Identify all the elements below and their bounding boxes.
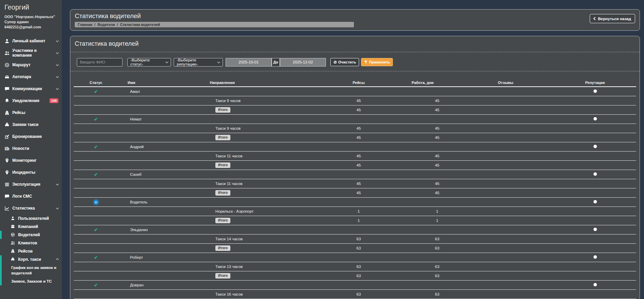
- page-title: Статистика водителей: [75, 12, 635, 20]
- sidebar-item-label: Новости: [12, 146, 29, 151]
- direction-row: Такси 11 часов4545: [74, 152, 636, 161]
- sidebar-item[interactable]: Рейсы: [0, 107, 62, 119]
- column-header: Рейсы: [338, 81, 379, 85]
- drivers-table: СтатусИмяНаправленияРейсыРабота, дниОтзы…: [74, 79, 636, 299]
- chevron-down-icon: [56, 51, 59, 54]
- list-icon: [4, 182, 10, 187]
- total-work-days-value: 63: [435, 246, 440, 250]
- sidebar-item[interactable]: Заявок, Заказов и ТС: [2, 277, 62, 285]
- sidebar-item-label: Пользователей: [18, 216, 49, 221]
- driver-row: +Водитель: [74, 198, 636, 207]
- total-row: Итого4545: [74, 161, 636, 170]
- reputation-dot: [593, 228, 597, 231]
- sidebar-item[interactable]: Уведомления239: [0, 95, 62, 107]
- page-header-card: Статистика водителей Главная/Водители/Ст…: [70, 9, 640, 31]
- sidebar-item[interactable]: Эксплуатация: [0, 179, 62, 190]
- driver-name: Амал: [130, 89, 140, 94]
- sidebar-item[interactable]: Маршрут: [0, 59, 62, 71]
- sidebar-item[interactable]: Мониторинг: [0, 155, 62, 167]
- sidebar-item[interactable]: Автопарк: [0, 71, 62, 83]
- total-work-days-value: 1: [436, 218, 438, 223]
- reputation-dot: [593, 255, 597, 259]
- total-work-days-value: 45: [435, 136, 440, 140]
- sidebar-item[interactable]: Бронирование: [0, 131, 62, 143]
- sidebar-item-label: Уведомления: [12, 98, 39, 103]
- total-row: Итого6363: [74, 271, 636, 281]
- sidebar-item[interactable]: Корп. такси: [2, 255, 62, 264]
- breadcrumb-item[interactable]: Водители: [98, 23, 115, 27]
- briefcase-icon: [10, 224, 15, 229]
- direction-row: Такси 14 часов6363: [74, 234, 636, 244]
- fio-search-input[interactable]: [77, 58, 123, 67]
- sidebar-item[interactable]: Новости: [0, 143, 62, 155]
- direction-label: Такси 11 часов: [215, 182, 242, 186]
- direction-row: Такси 11 часов4545: [74, 179, 636, 188]
- clear-button[interactable]: ⊘ Очистить: [330, 58, 359, 66]
- date-to-input[interactable]: 2025-12-02: [280, 58, 326, 67]
- chevron-down-icon: [56, 87, 59, 89]
- sidebar-item-label: Заявки такси: [12, 122, 39, 127]
- sidebar-item[interactable]: Коммуникации: [0, 83, 62, 95]
- apply-button[interactable]: Применить: [361, 58, 393, 66]
- sidebar-item[interactable]: Логи СМС: [0, 190, 62, 202]
- reputation-dot: [593, 172, 597, 176]
- direction-label: Такси 9 часов: [215, 126, 241, 130]
- direction-label: Такси 13 часов: [215, 265, 243, 269]
- users-icon: [4, 51, 10, 56]
- total-trips-value: 63: [357, 274, 361, 278]
- chevron-down-icon: [56, 75, 59, 77]
- divider: [70, 52, 640, 52]
- sidebar-item-label: Бронирование: [12, 134, 42, 139]
- total-work-days-value: 45: [435, 108, 440, 112]
- chevron-down-icon: [166, 60, 168, 63]
- column-header: Статус: [74, 81, 118, 85]
- total-work-days-value: 45: [435, 163, 440, 167]
- total-trips-value: 45: [357, 108, 361, 112]
- trips-value: 45: [357, 182, 361, 186]
- direction-row: Такси 13 часов6363: [74, 262, 636, 271]
- sidebar-item[interactable]: Документы: [0, 296, 62, 299]
- breadcrumb: Главная/Водители/Статистика водителей: [75, 22, 354, 27]
- driver-name: Довран: [130, 283, 144, 287]
- sidebar-item[interactable]: Статистика: [0, 202, 62, 214]
- sidebar-item[interactable]: График кол-ва заявок и водителей: [2, 264, 62, 277]
- sidebar-item[interactable]: Компаний: [0, 223, 62, 231]
- status-plus-icon: +: [93, 199, 99, 205]
- back-button[interactable]: Вернуться назад: [590, 14, 635, 23]
- work-days-value: 63: [435, 265, 440, 269]
- reputation-select[interactable]: -Выберите репутацию-: [174, 58, 223, 67]
- work-days-value: 63: [435, 292, 440, 296]
- trips-value: 63: [357, 237, 361, 241]
- road-icon: [4, 110, 10, 115]
- sidebar-item[interactable]: Клиентов: [0, 239, 62, 247]
- date-from-input[interactable]: 2025-10-01: [226, 58, 272, 67]
- sidebar-item[interactable]: Личный кабинет: [0, 35, 62, 47]
- drivers-table-body: ✔АмалТакси 9 часов4545Итого4545✔НематТак…: [74, 87, 636, 299]
- chat-icon: [4, 86, 10, 91]
- date-separator-label: До: [272, 58, 280, 67]
- direction-label: Такси 9 часов: [215, 99, 241, 103]
- bell-icon: [4, 98, 10, 103]
- work-days-value: 45: [435, 182, 440, 186]
- sidebar-item-label: Клиентов: [18, 241, 37, 245]
- status-check-icon: ✔: [94, 89, 98, 94]
- total-trips-value: 63: [357, 246, 361, 250]
- reputation-dot: [593, 89, 597, 93]
- sidebar-item[interactable]: Водителей: [0, 231, 62, 239]
- sidebar-submenu: ПользователейКомпанийВодителейКлиентовРе…: [0, 214, 62, 285]
- reputation-dot: [593, 145, 597, 148]
- driver-row: ✔Амал: [74, 87, 636, 96]
- sidebar-item[interactable]: Пользователей: [0, 214, 62, 223]
- sidebar-item-label: Маршрут: [12, 62, 30, 67]
- direction-label: Такси 11 часов: [215, 154, 242, 158]
- sidebar-item-label: Инциденты: [12, 170, 35, 175]
- column-header: Репутация: [553, 81, 637, 85]
- sidebar-item[interactable]: Рейсов: [0, 247, 62, 255]
- chevron-down-icon: [56, 182, 59, 185]
- sidebar-item[interactable]: Заявки такси: [0, 119, 62, 131]
- sidebar-item[interactable]: Участники и компании: [0, 47, 62, 59]
- sidebar-item[interactable]: Инциденты: [0, 167, 62, 179]
- status-select[interactable]: -Выберите статус-: [127, 58, 171, 67]
- breadcrumb-item[interactable]: Главная: [78, 23, 92, 27]
- driver-name: Андрей: [130, 145, 144, 149]
